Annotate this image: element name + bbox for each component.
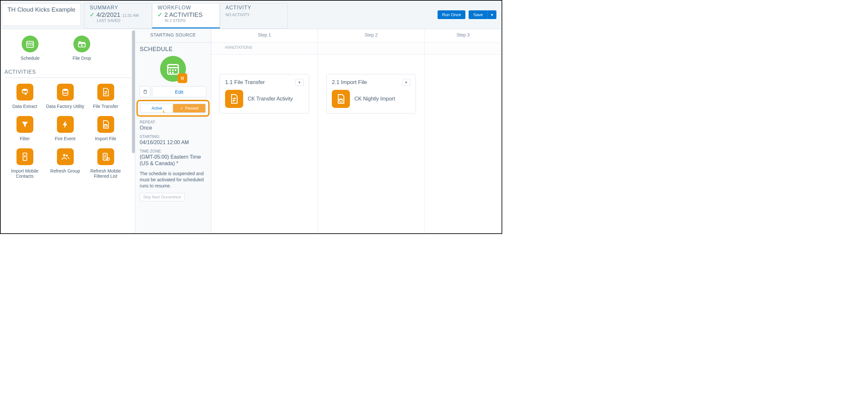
- svg-rect-15: [169, 69, 171, 71]
- data-factory-icon: [57, 84, 74, 100]
- file-drop-icon: [73, 36, 90, 52]
- svg-rect-18: [169, 72, 171, 73]
- palette-label: Refresh Mobile Filtered List: [85, 168, 126, 179]
- check-icon: ✓: [157, 11, 162, 19]
- schedule-status-toggle[interactable]: Active ✓ Paused 👆: [141, 104, 206, 113]
- schedule-title: SCHEDULE: [140, 46, 206, 53]
- palette-label: Fire Event: [45, 136, 85, 141]
- refresh-mobile-icon: [97, 148, 114, 165]
- starting-source-heading: STARTING SOURCE: [135, 29, 211, 43]
- step-header: Step 2: [318, 29, 424, 43]
- tab-label: SUMMARY: [90, 5, 147, 11]
- data-extract-icon: [17, 84, 33, 100]
- starting-value: 04/16/2021 12:00 AM: [140, 139, 206, 146]
- palette-item-file-drop[interactable]: File Drop: [64, 36, 100, 61]
- timezone-label: TIME ZONE:: [140, 149, 206, 154]
- skip-next-occurrence-button[interactable]: Skip Next Occurrence: [140, 193, 185, 201]
- palette-label: Refresh Group: [45, 168, 85, 173]
- card-title: 1.1 File Transfer: [225, 79, 265, 86]
- repeat-value: Once: [140, 125, 206, 131]
- palette-label: Data Factory Utility: [45, 104, 85, 109]
- header-bar: TH Cloud Kicks Example SUMMARY ✓ 4/2/202…: [1, 1, 502, 29]
- workflow-sub: IN 2 STEPS: [165, 19, 214, 23]
- filter-icon: [17, 116, 33, 133]
- activity-line: NO ACTIVITY.: [225, 12, 282, 17]
- svg-rect-16: [172, 69, 174, 71]
- palette-label: Data Extract: [4, 104, 45, 109]
- palette-item-refresh-group[interactable]: Refresh Group: [45, 148, 85, 179]
- card-menu-button[interactable]: ▼: [402, 79, 410, 86]
- delete-schedule-button[interactable]: [140, 86, 151, 97]
- toggle-paused[interactable]: ✓ Paused: [173, 104, 205, 112]
- tab-summary[interactable]: SUMMARY ✓ 4/2/2021 11:31 AM LAST SAVED: [84, 3, 152, 28]
- step-column-2: Step 2 2.1 Import File ▼ CK Nightly Impo…: [318, 29, 425, 233]
- scrollbar[interactable]: [132, 30, 135, 153]
- calendar-icon: [22, 36, 38, 52]
- palette-item-file-transfer[interactable]: File Transfer: [85, 84, 126, 109]
- schedule-note: The schedule is suspended and must be ac…: [140, 171, 206, 189]
- automation-title: TH Cloud Kicks Example: [7, 6, 75, 13]
- svg-rect-4: [32, 44, 33, 45]
- card-menu-button[interactable]: ▼: [295, 79, 304, 86]
- activities-heading: ACTIVITIES: [4, 69, 132, 75]
- svg-rect-17: [175, 69, 177, 71]
- file-transfer-icon: [225, 90, 243, 108]
- tab-workflow[interactable]: WORKFLOW ✓ 2 ACTIVITIES IN 2 STEPS: [152, 3, 220, 28]
- tab-activity[interactable]: ACTIVITY NO ACTIVITY.: [220, 3, 288, 28]
- refresh-group-icon: [57, 148, 74, 165]
- palette-item-import-mobile[interactable]: Import Mobile Contacts: [4, 148, 45, 179]
- palette-item-schedule[interactable]: Schedule: [12, 36, 48, 61]
- palette-item-import-file[interactable]: Import File: [85, 116, 126, 141]
- svg-rect-19: [172, 72, 174, 73]
- edit-schedule-button[interactable]: Edit: [152, 86, 206, 97]
- save-dropdown-button[interactable]: ▼: [487, 10, 496, 19]
- card-title: 2.1 Import File: [332, 79, 367, 86]
- svg-point-22: [339, 99, 343, 100]
- svg-point-9: [63, 154, 65, 157]
- palette-item-refresh-mobile[interactable]: Refresh Mobile Filtered List: [85, 148, 126, 179]
- import-mobile-icon: [17, 148, 33, 165]
- annotations-spacer: [318, 43, 424, 54]
- palette-label: File Transfer: [85, 104, 126, 109]
- svg-rect-2: [28, 44, 29, 45]
- starting-source-column: STARTING SOURCE SCHEDULE Edit: [135, 29, 211, 233]
- annotations-spacer: [425, 43, 502, 54]
- palette-item-data-extract[interactable]: Data Extract: [4, 84, 45, 109]
- tab-label: ACTIVITY: [225, 5, 282, 11]
- palette-item-filter[interactable]: Filter: [4, 116, 45, 141]
- status-toggle-callout: Active ✓ Paused 👆: [136, 100, 210, 116]
- step-header: Step 3: [425, 29, 502, 43]
- import-file-icon: [332, 90, 350, 108]
- check-icon: ✓: [90, 11, 94, 19]
- run-once-button[interactable]: Run Once: [438, 10, 466, 19]
- palette-label: Import File: [85, 136, 126, 141]
- palette-item-fire-event[interactable]: Fire Event: [45, 116, 85, 141]
- step-column-1: Step 1 ANNOTATIONS 1.1 File Transfer ▼ C…: [211, 29, 318, 233]
- card-activity-name: CK Transfer Activity: [248, 96, 293, 102]
- palette-label: Import Mobile Contacts: [4, 168, 45, 179]
- annotations-label: ANNOTATIONS: [211, 43, 317, 54]
- svg-point-5: [22, 89, 27, 91]
- step-column-3: Step 3: [425, 29, 502, 233]
- import-file-icon: [97, 116, 114, 133]
- step-header: Step 1: [211, 29, 317, 43]
- save-button-group: Save ▼: [469, 10, 496, 19]
- divider: [4, 77, 131, 78]
- tab-label: WORKFLOW: [157, 5, 214, 11]
- fire-event-icon: [57, 116, 74, 133]
- activity-card-import-file[interactable]: 2.1 Import File ▼ CK Nightly Import: [326, 74, 416, 113]
- save-button[interactable]: Save: [469, 10, 487, 19]
- palette-item-data-factory[interactable]: Data Factory Utility: [45, 84, 85, 109]
- palette-label: Schedule: [12, 56, 48, 61]
- activity-card-file-transfer[interactable]: 1.1 File Transfer ▼ CK Transfer Activity: [220, 74, 309, 113]
- automation-title-card[interactable]: TH Cloud Kicks Example: [2, 3, 81, 26]
- svg-rect-20: [181, 76, 182, 79]
- svg-point-7: [104, 124, 107, 126]
- palette-label: File Drop: [64, 56, 100, 61]
- svg-point-6: [62, 89, 68, 91]
- svg-rect-3: [30, 44, 31, 45]
- svg-point-10: [66, 155, 68, 157]
- toggle-active[interactable]: Active: [141, 104, 173, 112]
- svg-rect-21: [183, 76, 183, 79]
- file-transfer-icon: [97, 84, 114, 100]
